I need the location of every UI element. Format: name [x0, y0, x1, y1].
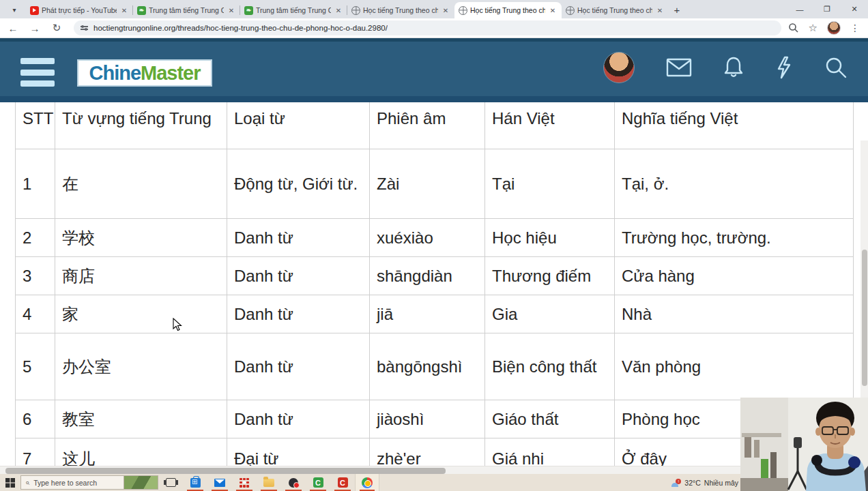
table-cell: Giáo thất: [485, 400, 615, 438]
mouse-cursor: [173, 318, 182, 331]
taskbar-recorder-icon[interactable]: [281, 474, 306, 491]
table-cell: shāngdiàn: [370, 257, 485, 295]
lightning-icon[interactable]: [775, 56, 793, 79]
window-controls: — ❐ ✕: [786, 0, 868, 18]
table-cell: 在: [55, 149, 227, 219]
table-cell: Trường học, trường.: [615, 219, 854, 257]
horizontal-scrollbar[interactable]: [0, 466, 868, 474]
start-button[interactable]: [0, 474, 20, 491]
taskbar-store-icon[interactable]: [183, 474, 207, 491]
globe-favicon-icon: [566, 6, 575, 15]
table-cell: 6: [16, 400, 55, 438]
table-cell: Tại, ở.: [615, 149, 854, 219]
table-cell: xuéxiào: [370, 219, 485, 257]
browser-tab-bar: ▾ Phát trực tiếp - YouTube Studio ✕ ❧ Tr…: [0, 0, 868, 18]
table-cell: 4: [16, 295, 55, 333]
browser-tab-2[interactable]: ❧ Trung tâm tiếng Trung ChineM ✕: [133, 2, 240, 18]
vocabulary-table: STT Từ vựng tiếng Trung Loại từ Phiên âm…: [15, 87, 853, 479]
browser-tab-3[interactable]: ❧ Trung tâm tiếng Trung ChineM ✕: [240, 2, 347, 18]
taskbar-red-c-app-icon[interactable]: C: [330, 474, 355, 491]
table-cell: Gia: [485, 295, 615, 333]
tab-title: Học tiếng Trung theo chủ đề B: [363, 6, 438, 14]
chinemaster-favicon-icon: ❧: [137, 6, 146, 15]
sub-nav-strip: [0, 96, 868, 102]
browser-tab-4[interactable]: Học tiếng Trung theo chủ đề B ✕: [347, 2, 454, 18]
table-row-6: 6教室Danh từjiàoshìGiáo thấtPhòng học: [16, 400, 854, 438]
tab-title: Học tiếng Trung theo chủ đề P: [470, 6, 545, 14]
taskbar-file-explorer-icon[interactable]: [257, 474, 281, 491]
table-cell: Biện công thất: [485, 333, 615, 400]
weather-temp[interactable]: 32°C: [684, 479, 700, 487]
menu-kebab-icon[interactable]: ⋮: [850, 23, 860, 33]
reload-icon[interactable]: ↻: [48, 19, 66, 37]
browser-tab-1[interactable]: Phát trực tiếp - YouTube Studio ✕: [26, 2, 133, 18]
web-page: STT Từ vựng tiếng Trung Loại từ Phiên âm…: [0, 38, 868, 466]
table-cell: jiā: [370, 295, 485, 333]
table-cell: 家: [55, 295, 227, 333]
windows-taskbar: ⌕ Type here to search C C ! 32°C Nhiều m…: [0, 474, 868, 491]
site-info-icon[interactable]: [81, 26, 88, 30]
news-interest-thumbnail[interactable]: [124, 475, 158, 490]
webcam-overlay: [740, 398, 868, 491]
tab-close-icon[interactable]: ✕: [227, 5, 236, 15]
back-icon[interactable]: ←: [4, 19, 22, 37]
chinemaster-logo[interactable]: ChineMaster: [77, 59, 212, 87]
restore-button[interactable]: ❐: [813, 0, 841, 18]
table-cell: Học hiệu: [485, 219, 615, 257]
table-cell: jiàoshì: [370, 400, 485, 438]
taskbar-remote-app-icon[interactable]: [232, 474, 257, 491]
table-cell: 1: [16, 149, 55, 219]
browser-tab-5-active[interactable]: Học tiếng Trung theo chủ đề P ✕: [454, 2, 562, 18]
task-view-button[interactable]: [158, 474, 183, 491]
taskbar-mail-icon[interactable]: [207, 474, 232, 491]
table-row-2: 2学校Danh từxuéxiàoHọc hiệuTrường học, trư…: [16, 219, 854, 257]
table-cell: Nhà: [615, 295, 854, 333]
bell-icon[interactable]: [723, 56, 744, 79]
table-cell: Cửa hàng: [615, 257, 854, 295]
weather-icon: !: [671, 479, 681, 487]
table-cell: 5: [16, 333, 55, 400]
tab-title: Phát trực tiếp - YouTube Studio: [42, 6, 117, 14]
table-cell: 商店: [55, 257, 227, 295]
globe-favicon-icon: [459, 6, 467, 15]
new-tab-button[interactable]: +: [669, 1, 685, 18]
taskbar-camtasia-icon[interactable]: C: [306, 474, 330, 491]
table-cell: Động từ, Giới từ.: [227, 149, 370, 219]
user-avatar[interactable]: [603, 52, 635, 83]
browser-tab-6[interactable]: Học tiếng Trung theo chủ đề T ✕: [562, 2, 669, 18]
weather-condition[interactable]: Nhiều mây: [704, 479, 738, 487]
table-cell: Thương điếm: [485, 257, 615, 295]
address-bar[interactable]: hoctiengtrungonline.org/threads/hoc-tien…: [74, 20, 781, 35]
tab-close-icon[interactable]: ✕: [548, 5, 558, 15]
tab-close-icon[interactable]: ✕: [441, 5, 450, 15]
table-cell: Danh từ: [227, 333, 370, 400]
table-cell: 办公室: [55, 333, 227, 400]
tab-search-chevron-icon[interactable]: ▾: [5, 2, 23, 17]
table-cell: Zài: [370, 149, 485, 219]
tab-title: Trung tâm tiếng Trung ChineM: [256, 6, 331, 14]
tab-close-icon[interactable]: ✕: [655, 5, 665, 15]
tab-close-icon[interactable]: ✕: [334, 5, 343, 15]
table-cell: Danh từ: [227, 400, 370, 438]
hamburger-menu-icon[interactable]: [20, 58, 55, 87]
minimize-button[interactable]: —: [786, 0, 813, 18]
tab-close-icon[interactable]: ✕: [119, 5, 129, 15]
zoom-icon[interactable]: [788, 23, 799, 33]
mail-icon[interactable]: [666, 57, 692, 78]
profile-avatar[interactable]: [827, 21, 841, 35]
table-cell: 3: [16, 257, 55, 295]
table-cell: Danh từ: [227, 219, 370, 257]
table-row-4: 4家Danh từjiāGiaNhà: [16, 295, 854, 333]
search-icon: ⌕: [25, 478, 29, 487]
forward-icon[interactable]: →: [26, 19, 44, 37]
taskbar-search-input[interactable]: ⌕ Type here to search: [20, 475, 124, 490]
vertical-scrollbar-thumb[interactable]: [862, 250, 867, 386]
bookmark-star-icon[interactable]: ☆: [809, 22, 818, 34]
close-window-button[interactable]: ✕: [841, 0, 868, 18]
table-cell: Danh từ: [227, 257, 370, 295]
tab-title: Trung tâm tiếng Trung ChineM: [149, 6, 224, 14]
taskbar-chrome-icon[interactable]: [355, 474, 379, 491]
horizontal-scrollbar-thumb[interactable]: [5, 468, 446, 474]
search-icon[interactable]: [824, 56, 848, 79]
screen: ▾ Phát trực tiếp - YouTube Studio ✕ ❧ Tr…: [0, 0, 868, 491]
